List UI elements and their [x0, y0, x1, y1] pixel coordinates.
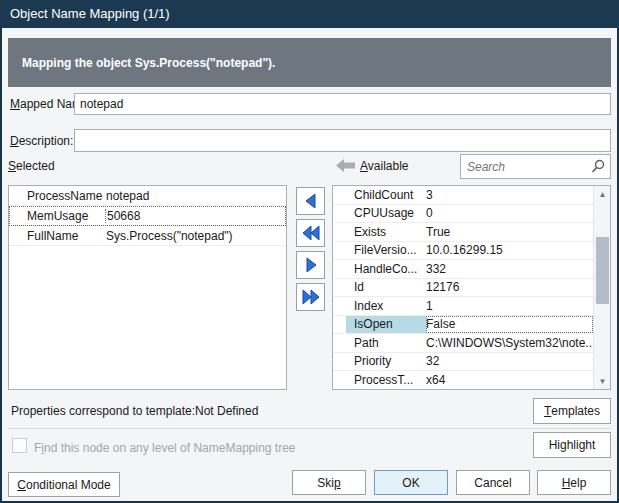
description-label: Description:	[10, 130, 73, 152]
description-input[interactable]	[74, 129, 611, 152]
property-value: 3	[426, 188, 593, 202]
property-name: ProcessT...	[346, 373, 426, 387]
property-name: IsOpen	[346, 316, 426, 334]
scroll-down-icon[interactable]: ▼	[594, 373, 611, 389]
object-name-mapping-dialog: Object Name Mapping (1/1) Mapping the ob…	[0, 0, 619, 503]
separator-line	[8, 428, 611, 429]
window-title: Object Name Mapping (1/1)	[0, 0, 619, 28]
property-row-index[interactable]: Index1	[333, 297, 593, 316]
ok-button[interactable]: OK	[374, 470, 448, 495]
move-all-right-button[interactable]	[296, 283, 325, 311]
templates-button[interactable]: Templates	[533, 398, 611, 424]
property-row-cpuusage[interactable]: CPUUsage0	[333, 205, 593, 224]
search-input[interactable]	[460, 154, 611, 179]
move-to-available-arrow-icon	[336, 159, 355, 172]
search-icon	[591, 159, 606, 174]
property-row-processname[interactable]: ProcessNamenotepad	[9, 186, 286, 206]
property-value: C:\WINDOWS\System32\note...	[426, 336, 593, 350]
property-name: Priority	[346, 354, 426, 368]
property-value: Sys.Process("notepad")	[106, 229, 286, 243]
find-node-checkbox[interactable]	[12, 438, 27, 453]
property-value: True	[426, 225, 593, 239]
property-name: ProcessName	[22, 189, 106, 203]
scroll-up-icon[interactable]: ▲	[594, 186, 611, 202]
property-row-exists[interactable]: ExistsTrue	[333, 223, 593, 242]
selected-list-label: Selected	[8, 155, 55, 177]
property-row-fullname[interactable]: FullNameSys.Process("notepad")	[9, 226, 286, 246]
move-all-left-button[interactable]	[296, 219, 325, 247]
property-value: 32	[426, 354, 593, 368]
double-right-arrow-icon	[300, 288, 322, 306]
property-value: 12176	[426, 280, 593, 294]
property-value: 50668	[105, 209, 286, 223]
property-name: Path	[346, 336, 426, 350]
property-name: ChildCount	[346, 188, 426, 202]
cancel-button[interactable]: Cancel	[456, 470, 530, 495]
property-name: FileVersio...	[346, 243, 426, 257]
selected-properties-list[interactable]: ProcessNamenotepadMemUsage50668FullNameS…	[8, 185, 287, 390]
property-value: False	[426, 316, 593, 334]
mapped-name-input[interactable]	[74, 93, 611, 115]
property-name: MemUsage	[22, 209, 106, 223]
property-row-handleco[interactable]: HandleCo...332	[333, 260, 593, 279]
property-value: 1	[426, 299, 593, 313]
template-status-label: Properties correspond to template:	[11, 400, 195, 422]
move-left-button[interactable]	[296, 187, 325, 215]
move-right-button[interactable]	[296, 251, 325, 279]
mapping-header-banner: Mapping the object Sys.Process("notepad"…	[8, 38, 611, 87]
property-row-childcount[interactable]: ChildCount3	[333, 186, 593, 205]
property-row-memusage[interactable]: MemUsage50668	[9, 206, 286, 226]
property-name: HandleCo...	[346, 262, 426, 276]
property-value: x64	[426, 373, 593, 387]
double-left-arrow-icon	[300, 224, 322, 242]
skip-button[interactable]: Skip	[292, 470, 366, 495]
search-box	[460, 154, 611, 179]
property-value: 332	[426, 262, 593, 276]
property-row-path[interactable]: PathC:\WINDOWS\System32\note...	[333, 334, 593, 353]
property-row-processt[interactable]: ProcessT...x64	[333, 371, 593, 390]
conditional-mode-button[interactable]: Conditional Mode	[8, 472, 120, 497]
property-name: CPUUsage	[346, 206, 426, 220]
scrollbar-thumb[interactable]	[596, 237, 609, 304]
property-row-priority[interactable]: Priority32	[333, 353, 593, 372]
available-properties-list[interactable]: ChildCount3CPUUsage0ExistsTrueFileVersio…	[332, 185, 611, 390]
property-value: 10.0.16299.15	[426, 243, 593, 257]
available-list-label: Available	[360, 155, 409, 177]
property-value: notepad	[106, 189, 286, 203]
vertical-scrollbar[interactable]: ▲ ▼	[593, 186, 610, 389]
single-right-arrow-icon	[301, 256, 321, 274]
property-name: Exists	[346, 225, 426, 239]
property-row-isopen[interactable]: IsOpenFalse	[333, 316, 593, 335]
template-status-value: Not Defined	[195, 400, 258, 422]
property-row-id[interactable]: Id12176	[333, 279, 593, 298]
help-button[interactable]: Help	[537, 470, 611, 495]
property-name: Id	[346, 280, 426, 294]
highlight-button[interactable]: Highlight	[533, 432, 611, 458]
single-left-arrow-icon	[301, 192, 321, 210]
property-value: 0	[426, 206, 593, 220]
property-name: FullName	[22, 229, 106, 243]
property-row-fileversio[interactable]: FileVersio...10.0.16299.15	[333, 242, 593, 261]
find-node-checkbox-label: Find this node on any level of NameMappi…	[34, 437, 296, 459]
property-name: Index	[346, 299, 426, 313]
